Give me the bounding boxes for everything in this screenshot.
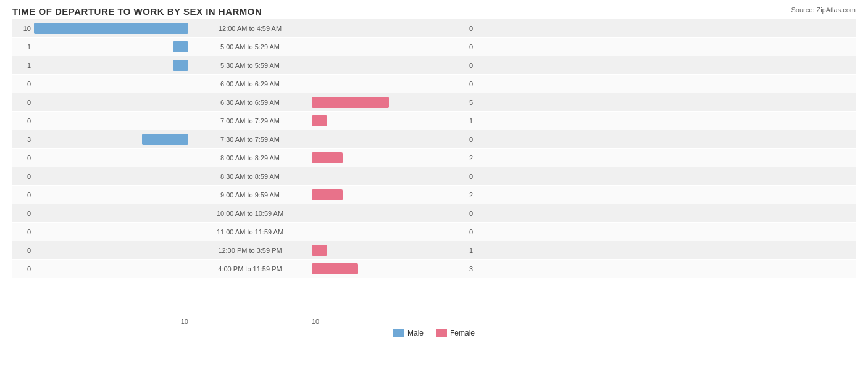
- time-label: 6:00 AM to 6:29 AM: [188, 80, 312, 88]
- time-label: 8:30 AM to 8:59 AM: [188, 173, 312, 180]
- source-text: Source: ZipAtlas.com: [791, 6, 856, 14]
- male-value: 0: [12, 173, 34, 180]
- male-bar: [173, 41, 188, 52]
- female-bar-container: [312, 23, 466, 34]
- legend-female-label: Female: [450, 329, 475, 337]
- female-value: 3: [466, 265, 488, 273]
- female-value: 1: [466, 247, 488, 254]
- time-label: 7:30 AM to 7:59 AM: [188, 136, 312, 143]
- chart-container: TIME OF DEPARTURE TO WORK BY SEX IN HARM…: [0, 0, 868, 367]
- axis-row: 10 10: [12, 318, 856, 325]
- male-bar-container: [34, 226, 188, 237]
- chart-row: 0 8:30 AM to 8:59 AM 0: [12, 167, 856, 185]
- chart-row: 0 9:00 AM to 9:59 AM 2: [12, 186, 856, 204]
- male-bar-container: [34, 208, 188, 219]
- chart-row: 10 12:00 AM to 4:59 AM 0: [12, 19, 856, 37]
- female-bar-container: [312, 171, 466, 182]
- female-value: 5: [466, 99, 488, 106]
- female-bar-container: [312, 152, 466, 163]
- female-bar-container: [312, 115, 466, 126]
- male-bar: [173, 60, 188, 71]
- female-bar: [312, 189, 343, 200]
- chart-row: 0 11:00 AM to 11:59 AM 0: [12, 223, 856, 241]
- chart-row: 0 12:00 PM to 3:59 PM 1: [12, 241, 856, 259]
- female-value: 0: [466, 173, 488, 180]
- male-bar-container: [34, 97, 188, 108]
- male-bar-container: [34, 115, 188, 126]
- chart-area: 10 12:00 AM to 4:59 AM 0 1 5:00 AM to 5:…: [12, 19, 856, 315]
- female-bar-container: [312, 60, 466, 71]
- male-bar-container: [34, 171, 188, 182]
- time-label: 6:30 AM to 6:59 AM: [188, 99, 312, 106]
- female-value: 0: [466, 43, 488, 51]
- male-bar-container: [34, 60, 188, 71]
- chart-row: 1 5:00 AM to 5:29 AM 0: [12, 38, 856, 56]
- chart-row: 0 4:00 PM to 11:59 PM 3: [12, 260, 856, 278]
- female-bar-container: [312, 189, 466, 200]
- female-value: 0: [466, 136, 488, 143]
- female-value: 0: [466, 62, 488, 69]
- legend-female: Female: [436, 329, 475, 337]
- male-value: 0: [12, 247, 34, 254]
- time-label: 11:00 AM to 11:59 AM: [188, 228, 312, 236]
- time-label: 12:00 AM to 4:59 AM: [188, 25, 312, 32]
- legend-female-icon: [436, 329, 447, 337]
- male-bar-container: [34, 23, 188, 34]
- male-bar-container: [34, 152, 188, 163]
- male-bar-container: [34, 263, 188, 274]
- female-bar-container: [312, 97, 466, 108]
- axis-scale-left: 10: [34, 318, 188, 325]
- chart-row: 3 7:30 AM to 7:59 AM 0: [12, 130, 856, 148]
- time-label: 7:00 AM to 7:29 AM: [188, 117, 312, 125]
- time-label: 5:00 AM to 5:29 AM: [188, 43, 312, 51]
- time-label: 10:00 AM to 10:59 AM: [188, 210, 312, 217]
- male-value: 10: [12, 25, 34, 32]
- female-bar-container: [312, 78, 466, 89]
- male-value: 3: [12, 136, 34, 143]
- female-bar-container: [312, 245, 466, 256]
- male-bar-container: [34, 78, 188, 89]
- male-value: 0: [12, 117, 34, 125]
- male-value: 0: [12, 228, 34, 236]
- legend-male: Male: [393, 329, 424, 337]
- chart-row: 0 8:00 AM to 8:29 AM 2: [12, 149, 856, 167]
- male-value: 1: [12, 43, 34, 51]
- female-bar-container: [312, 263, 466, 274]
- female-bar: [312, 115, 327, 126]
- female-bar: [312, 152, 343, 163]
- chart-row: 0 10:00 AM to 10:59 AM 0: [12, 204, 856, 222]
- female-value: 1: [466, 117, 488, 125]
- time-label: 5:30 AM to 5:59 AM: [188, 62, 312, 69]
- female-value: 0: [466, 25, 488, 32]
- time-label: 12:00 PM to 3:59 PM: [188, 247, 312, 254]
- time-label: 8:00 AM to 8:29 AM: [188, 154, 312, 162]
- female-value: 0: [466, 228, 488, 236]
- chart-row: 1 5:30 AM to 5:59 AM 0: [12, 56, 856, 74]
- male-bar-container: [34, 189, 188, 200]
- chart-row: 0 6:00 AM to 6:29 AM 0: [12, 75, 856, 93]
- male-value: 0: [12, 210, 34, 217]
- female-bar-container: [312, 226, 466, 237]
- axis-scale-right: 10: [312, 318, 466, 325]
- chart-row: 0 6:30 AM to 6:59 AM 5: [12, 93, 856, 111]
- male-bar-container: [34, 41, 188, 52]
- chart-row: 0 7:00 AM to 7:29 AM 1: [12, 112, 856, 130]
- female-bar-container: [312, 208, 466, 219]
- male-value: 0: [12, 265, 34, 273]
- male-value: 0: [12, 99, 34, 106]
- time-label: 4:00 PM to 11:59 PM: [188, 265, 312, 273]
- time-label: 9:00 AM to 9:59 AM: [188, 191, 312, 199]
- chart-title: TIME OF DEPARTURE TO WORK BY SEX IN HARM…: [12, 6, 856, 17]
- male-bar: [34, 23, 188, 34]
- male-bar: [142, 134, 188, 145]
- female-bar: [312, 245, 327, 256]
- female-value: 2: [466, 191, 488, 199]
- female-value: 0: [466, 210, 488, 217]
- male-bar-container: [34, 134, 188, 145]
- female-bar: [312, 263, 358, 274]
- legend-male-icon: [393, 329, 404, 337]
- female-value: 2: [466, 154, 488, 162]
- legend-male-label: Male: [407, 329, 424, 337]
- male-value: 1: [12, 62, 34, 69]
- male-bar-container: [34, 245, 188, 256]
